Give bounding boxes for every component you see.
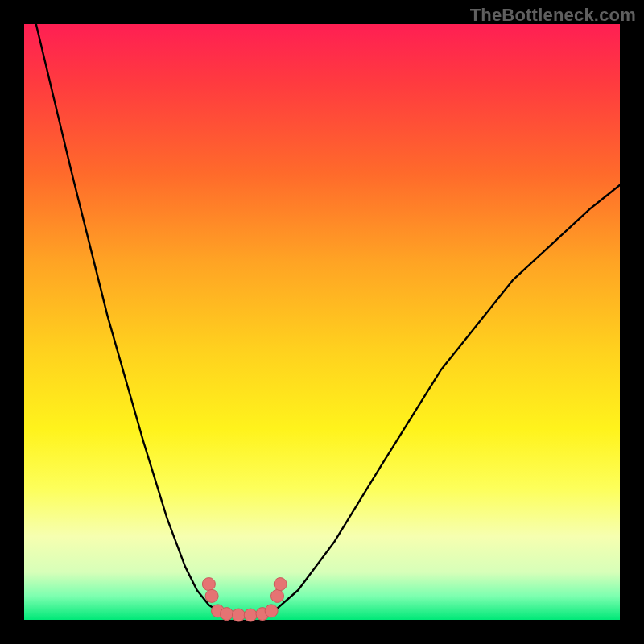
valley-marker	[232, 609, 245, 621]
valley-marker	[205, 589, 218, 602]
valley-marker	[274, 578, 287, 591]
bottleneck-curve	[36, 24, 620, 615]
plot-area	[24, 24, 620, 620]
valley-marker	[244, 609, 257, 621]
chart-stage: TheBottleneck.com	[0, 0, 644, 644]
valley-marker	[202, 578, 215, 591]
valley-marker	[265, 605, 278, 617]
valley-marker	[221, 608, 233, 621]
curve-overlay	[24, 24, 620, 620]
watermark-text: TheBottleneck.com	[470, 5, 636, 26]
valley-marker	[271, 589, 284, 602]
valley-markers	[202, 578, 287, 621]
